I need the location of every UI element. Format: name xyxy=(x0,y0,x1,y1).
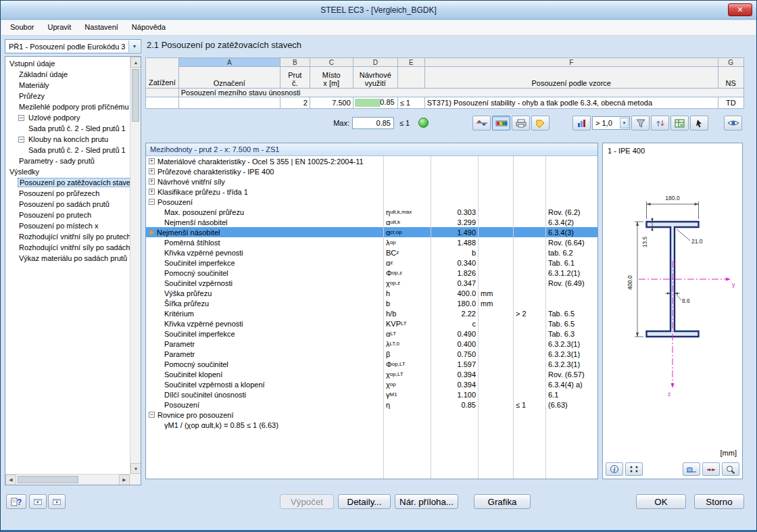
filter-button[interactable] xyxy=(631,116,650,130)
limit-cell[interactable]: ≤ 1 xyxy=(397,97,424,109)
zoom-button[interactable] xyxy=(722,462,739,476)
details-equation-row[interactable]: γM1 / (χop αult,k) = 0.85 ≤ 1 (6.63) xyxy=(146,420,597,430)
navigator-item[interactable]: −Uzlové podpory xyxy=(5,112,130,123)
navigator-item[interactable]: Sada prutů č. 2 - Sled prutů 1 xyxy=(5,123,130,134)
details-item-row[interactable]: Kritériumh/b2.22> 2Tab. 6.5 xyxy=(146,308,597,318)
details-button[interactable]: Detaily... xyxy=(338,494,391,509)
pick-member-button[interactable] xyxy=(690,116,708,130)
details-item-row[interactable]: Poměrná štíhlostλop1.488Rov. (6.64) xyxy=(146,237,597,247)
print-results-button[interactable] xyxy=(512,116,530,130)
details-item-row[interactable]: Křivka vzpěrné pevnostiBCzbtab. 6.2 xyxy=(146,247,597,258)
result-chart-button[interactable] xyxy=(572,116,591,130)
col-letter-c[interactable]: C xyxy=(310,58,353,67)
details-item-row[interactable]: Parametrβ0.7506.3.2.3(1) xyxy=(146,349,597,359)
details-item-row[interactable]: ParametrλLT,00.4006.3.2.3(1) xyxy=(146,339,597,349)
navigator-item[interactable]: Parametry - sady prutů xyxy=(5,155,130,166)
cancel-button[interactable]: Storno xyxy=(694,494,744,509)
navigator-item[interactable]: Výsledky xyxy=(5,166,130,177)
details-section-row[interactable]: +Průřezové charakteristiky - IPE 400 xyxy=(146,166,597,176)
details-item-row[interactable]: Součinitel imperfekceαLT0.490Tab. 6.3 xyxy=(146,329,597,339)
collapse-icon[interactable]: − xyxy=(18,115,24,121)
navigator-item[interactable]: Posouzení po prutech xyxy=(5,210,130,220)
details-item-row[interactable]: Max. posouzení průřezuηult,k,max0.303Rov… xyxy=(146,207,597,217)
menu-item-3[interactable]: Nápověda xyxy=(125,20,172,35)
next-window-button[interactable] xyxy=(48,494,66,509)
details-item-row[interactable]: Posouzeníη0.85≤ 1(6.63) xyxy=(146,400,597,410)
col-letter-e[interactable]: E xyxy=(397,58,424,67)
details-item-row[interactable]: Nejmenší násobitelαcr,op1.4906.3.4(3) xyxy=(146,227,597,237)
chevron-down-icon[interactable]: ▼ xyxy=(128,41,140,52)
calculate-button[interactable]: Výpočet xyxy=(280,494,334,509)
load-case-cell[interactable]: ZS1 xyxy=(146,97,179,109)
navigator-item[interactable]: Vstupní údaje xyxy=(5,58,130,69)
navigator-item[interactable]: Sada prutů č. 2 - Sled prutů 1 xyxy=(5,145,130,155)
scroll-down-icon[interactable]: ▼ xyxy=(130,463,141,474)
navigator-item[interactable]: Posouzení po průřezech xyxy=(5,188,130,199)
stress-points-button[interactable] xyxy=(625,462,643,476)
colored-results-button[interactable] xyxy=(492,116,510,130)
details-item-row[interactable]: Součinitel vzpěrnosti a klopeníχop0.3946… xyxy=(146,379,597,389)
navigator-item[interactable]: Základní údaje xyxy=(5,69,130,80)
vscroll-thumb[interactable] xyxy=(132,69,139,122)
location-x-cell[interactable]: 7.500 xyxy=(310,97,353,109)
details-item-row[interactable]: Křivka vzpěrné pevnostiKVPLTcTab. 6.5 xyxy=(146,318,597,329)
col-header-ns[interactable]: NS xyxy=(718,67,743,89)
navigator-item[interactable]: Výkaz materiálu po sadách prutů xyxy=(5,253,130,264)
ns-cell[interactable]: TD xyxy=(718,97,743,109)
scroll-left-icon[interactable]: ◀ xyxy=(5,475,16,485)
scroll-right-icon[interactable]: ▶ xyxy=(119,475,130,485)
menu-item-2[interactable]: Nastavení xyxy=(78,20,125,35)
details-item-row[interactable]: Součinitel klopeníχop,LT0.394Rov. (6.57) xyxy=(146,369,597,379)
details-section-row[interactable]: +Klasifikace průřezu - třída 1 xyxy=(146,187,597,197)
formula-cell[interactable]: ST371) Posouzení stability - ohyb a tlak… xyxy=(424,97,718,109)
section-diagram-button[interactable] xyxy=(683,462,700,476)
details-section-row[interactable]: +Návrhové vnitřní síly xyxy=(146,176,597,187)
section-info-button[interactable]: i xyxy=(606,462,623,476)
col-letter-f[interactable]: F xyxy=(424,58,718,67)
details-item-row[interactable]: Nejmenší násobitelαult,k3.2996.3.4(2) xyxy=(146,217,597,227)
col-letter-a[interactable]: A xyxy=(178,58,280,67)
details-item-row[interactable]: Dílčí součinitel únosnostiγM11.1006.1 xyxy=(146,389,597,400)
col-letter-g[interactable]: G xyxy=(718,58,743,67)
previous-window-button[interactable] xyxy=(29,494,47,509)
navigator-item[interactable]: Posouzení po sadách prutů xyxy=(5,199,130,210)
expand-icon[interactable]: + xyxy=(149,178,155,185)
details-item-row[interactable]: Součinitel imperfekceαz0.340Tab. 6.1 xyxy=(146,258,597,268)
details-item-row[interactable]: Pomocný součinitelΦop,LT1.5976.3.2.3(1) xyxy=(146,359,597,369)
graphics-button[interactable]: Grafika xyxy=(474,494,531,509)
navigator-item[interactable]: Posouzení po místech x xyxy=(5,220,130,231)
navigator-hscrollbar[interactable]: ◀ ▶ xyxy=(5,474,130,485)
col-header-e[interactable] xyxy=(397,67,424,89)
sort-button[interactable] xyxy=(651,116,669,130)
col-header-misto[interactable]: Místo x [m] xyxy=(310,67,353,89)
designation-cell[interactable] xyxy=(178,97,280,109)
details-section-row[interactable]: −Posouzení xyxy=(146,197,597,207)
expand-icon[interactable]: + xyxy=(149,189,155,195)
utilization-filter-select[interactable]: > 1,0 ▼ xyxy=(592,116,630,130)
collapse-icon[interactable]: − xyxy=(149,412,155,418)
menu-item-0[interactable]: Soubor xyxy=(3,20,41,35)
result-diagrams-button[interactable] xyxy=(472,116,491,130)
excel-export-button[interactable] xyxy=(670,116,689,130)
expand-icon[interactable]: + xyxy=(149,158,155,164)
navigator-item[interactable]: Rozhodující vnitřní síly po prutech xyxy=(5,231,130,242)
design-case-select[interactable]: PŘ1 - Posouzení podle Eurokódu 3 ▼ xyxy=(5,39,141,53)
details-section-row[interactable]: +Materiálové charakteristiky - Ocel S 35… xyxy=(146,156,597,166)
navigator-item[interactable]: Mezilehlé podpory proti příčnému pou xyxy=(5,101,130,112)
navigator-item[interactable]: Rozhodující vnitřní síly po sadách pr xyxy=(5,242,130,253)
collapse-icon[interactable]: − xyxy=(18,137,24,143)
view-mode-button[interactable] xyxy=(724,116,742,130)
details-item-row[interactable]: Výška průřezuh400.0mm xyxy=(146,288,597,298)
details-section-row[interactable]: −Rovnice pro posouzení xyxy=(146,410,597,420)
result-values-button[interactable] xyxy=(531,116,550,130)
col-header-oznaceni[interactable]: Označení xyxy=(178,67,280,89)
dimension-lines-button[interactable] xyxy=(702,462,720,476)
hscroll-thumb[interactable] xyxy=(18,476,78,483)
navigator-item[interactable]: Materiály xyxy=(5,80,130,91)
ok-button[interactable]: OK xyxy=(636,494,686,509)
expand-icon[interactable]: + xyxy=(149,168,155,174)
details-item-row[interactable]: Šířka průřezub180.0mm xyxy=(146,298,597,308)
col-letter-b[interactable]: B xyxy=(280,58,310,67)
col-letter-d[interactable]: D xyxy=(353,58,397,67)
details-item-row[interactable]: Pomocný součinitelΦop,z1.8266.3.1.2(1) xyxy=(146,268,597,278)
